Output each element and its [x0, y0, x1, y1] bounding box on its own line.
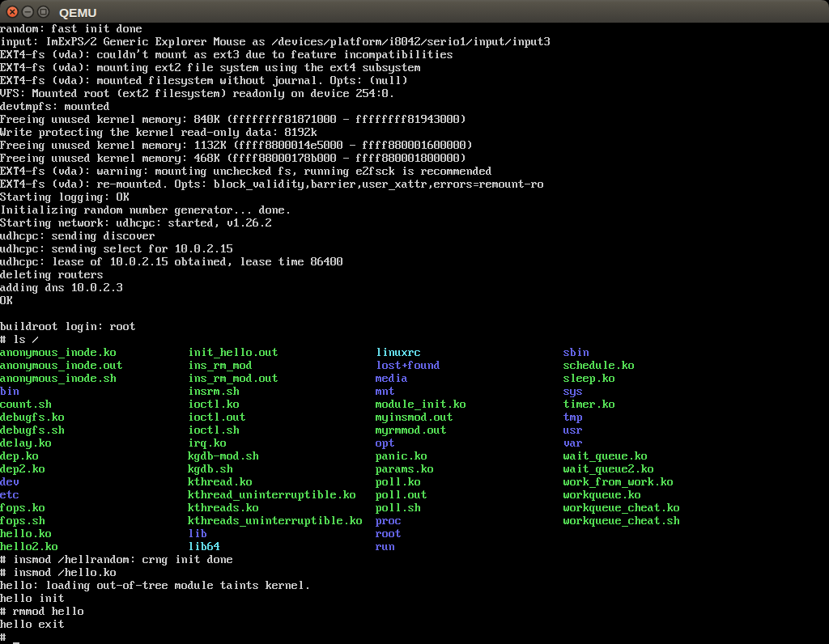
svg-text:QEMU: QEMU	[59, 6, 97, 19]
